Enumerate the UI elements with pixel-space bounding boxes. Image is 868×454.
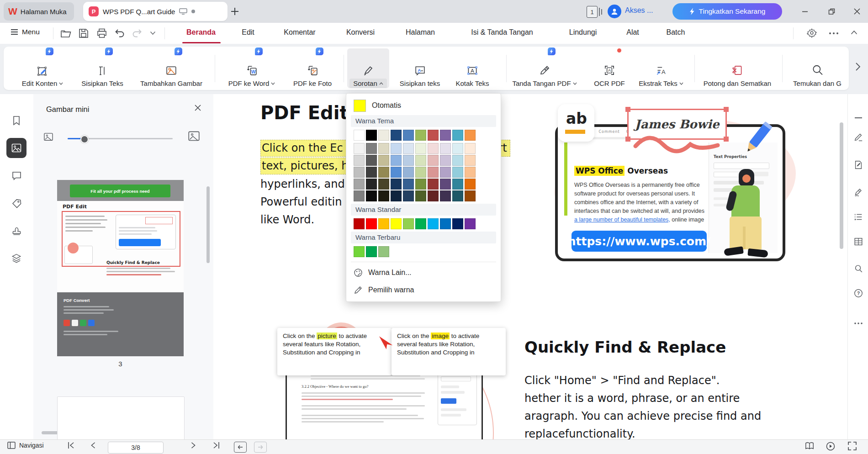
tab-isi-tanda-tangan[interactable]: Isi & Tanda Tangan	[471, 28, 533, 37]
fields-tool-button[interactable]	[853, 211, 864, 222]
ribbon-tambahkan-gambar[interactable]: Tambahkan Gambar	[133, 48, 209, 88]
color-swatch[interactable]	[415, 190, 426, 201]
color-swatch[interactable]	[415, 155, 426, 166]
ribbon-ekstrak-teks[interactable]: A Ekstrak Teks	[633, 48, 689, 88]
zoom-in-thumb-icon[interactable]	[188, 131, 200, 142]
tab-beranda[interactable]: Beranda	[186, 28, 216, 37]
ribbon-ocr-pdf[interactable]: A OCR PDF	[587, 48, 632, 88]
more-colors-option[interactable]: Warna Lain...	[354, 264, 493, 281]
color-swatch[interactable]	[378, 179, 389, 190]
color-swatch[interactable]	[403, 190, 414, 201]
color-swatch[interactable]	[428, 155, 439, 166]
color-swatch[interactable]	[354, 218, 365, 229]
color-swatch[interactable]	[452, 179, 463, 190]
read-mode-button[interactable]	[805, 442, 814, 450]
slider-handle[interactable]	[80, 135, 89, 143]
table-tool-button[interactable]	[853, 236, 864, 247]
color-swatch[interactable]	[465, 190, 476, 201]
color-swatch[interactable]	[452, 218, 463, 229]
color-swatch[interactable]	[391, 218, 402, 229]
color-swatch[interactable]	[452, 155, 463, 166]
close-button[interactable]	[851, 5, 863, 17]
thumbnail-zoom-slider[interactable]	[68, 135, 173, 142]
color-swatch[interactable]	[428, 130, 439, 141]
autoplay-button[interactable]	[826, 442, 835, 451]
color-swatch[interactable]	[391, 143, 402, 154]
settings-gear-icon[interactable]	[807, 28, 817, 38]
main-menu-button[interactable]: Menu	[11, 28, 40, 36]
tags-panel-button[interactable]	[6, 193, 26, 213]
color-swatch[interactable]	[428, 143, 439, 154]
open-file-button[interactable]	[60, 28, 71, 38]
collapse-ribbon-icon[interactable]	[851, 30, 857, 35]
print-button[interactable]	[97, 28, 107, 38]
history-forward-button[interactable]	[254, 442, 267, 453]
ribbon-kotak-teks[interactable]: A Kotak Teks	[450, 48, 495, 88]
color-swatch[interactable]	[378, 130, 389, 141]
color-swatch[interactable]	[378, 167, 389, 178]
color-swatch[interactable]	[415, 130, 426, 141]
comments-panel-button[interactable]	[6, 166, 26, 186]
tab-lindungi[interactable]: Lindungi	[569, 28, 597, 37]
zoom-out-thumb-icon[interactable]	[43, 132, 53, 142]
restore-button[interactable]	[825, 5, 838, 17]
color-swatch[interactable]	[428, 190, 439, 201]
ribbon-sisipkan-teks[interactable]: Sisipkan Teks	[73, 48, 132, 88]
color-swatch[interactable]	[391, 130, 402, 141]
save-button[interactable]	[79, 28, 89, 38]
color-swatch[interactable]	[378, 218, 389, 229]
color-swatch[interactable]	[415, 167, 426, 178]
ribbon-sisipkan-teks-komentar[interactable]: A Sisipkan teks	[392, 48, 448, 88]
color-swatch[interactable]	[366, 130, 377, 141]
prev-page-button[interactable]	[90, 442, 95, 449]
tab-document[interactable]: P WPS PDF Q...art Guide	[83, 2, 228, 21]
tab-halaman[interactable]: Halaman	[406, 28, 435, 37]
tab-home-page[interactable]: W Halaman Muka	[4, 2, 74, 21]
new-tab-button[interactable]	[230, 6, 240, 16]
color-swatch[interactable]	[403, 143, 414, 154]
document-scrollbar[interactable]	[840, 122, 843, 249]
tab-komentar[interactable]: Komentar	[284, 28, 315, 37]
color-swatch[interactable]	[465, 130, 476, 141]
fullscreen-button[interactable]	[848, 442, 857, 450]
color-swatch[interactable]	[465, 143, 476, 154]
close-panel-button[interactable]	[194, 104, 201, 111]
more-tools-button[interactable]	[853, 318, 864, 329]
color-swatch[interactable]	[354, 143, 365, 154]
next-page-button[interactable]	[191, 442, 196, 449]
ribbon-tanda-tangan-pdf[interactable]: Tanda Tangan PDF	[510, 48, 579, 88]
signature-panel-button[interactable]	[6, 221, 26, 241]
ribbon-edit-konten[interactable]: Edit Konten	[14, 48, 71, 88]
redo-button[interactable]	[132, 28, 143, 38]
panel-vertical-scrollbar[interactable]	[206, 186, 210, 263]
color-picker-option[interactable]: Pemilih warna	[354, 281, 493, 299]
color-swatch[interactable]	[378, 246, 389, 257]
color-swatch[interactable]	[465, 218, 476, 229]
color-swatch[interactable]	[366, 155, 377, 166]
color-swatch[interactable]	[465, 179, 476, 190]
color-swatch[interactable]	[440, 130, 451, 141]
color-swatch[interactable]	[415, 179, 426, 190]
more-options-icon[interactable]	[829, 32, 839, 35]
color-swatch[interactable]	[415, 143, 426, 154]
color-swatch[interactable]	[366, 167, 377, 178]
color-swatch[interactable]	[354, 130, 365, 141]
color-swatch[interactable]	[428, 218, 439, 229]
collapse-sidebar-button[interactable]	[853, 112, 864, 123]
color-swatch[interactable]	[378, 190, 389, 201]
first-page-button[interactable]	[68, 442, 74, 449]
ribbon-potong-sematkan[interactable]: Potong dan Sematkan	[698, 48, 777, 88]
color-swatch[interactable]	[354, 246, 365, 257]
color-swatch[interactable]	[354, 167, 365, 178]
ribbon-pdf-ke-foto[interactable]: PDF ke Foto	[285, 48, 340, 88]
color-swatch[interactable]	[366, 143, 377, 154]
last-page-button[interactable]	[213, 442, 220, 449]
search-tool-button[interactable]	[853, 263, 864, 274]
document-canvas[interactable]: PDF Edit Click on the Ec sert text, pict…	[213, 94, 847, 439]
color-swatch[interactable]	[403, 179, 414, 190]
color-swatch[interactable]	[378, 143, 389, 154]
color-swatch[interactable]	[415, 218, 426, 229]
color-swatch[interactable]	[452, 190, 463, 201]
color-swatch[interactable]	[366, 246, 377, 257]
tab-batch[interactable]: Batch	[667, 28, 685, 37]
